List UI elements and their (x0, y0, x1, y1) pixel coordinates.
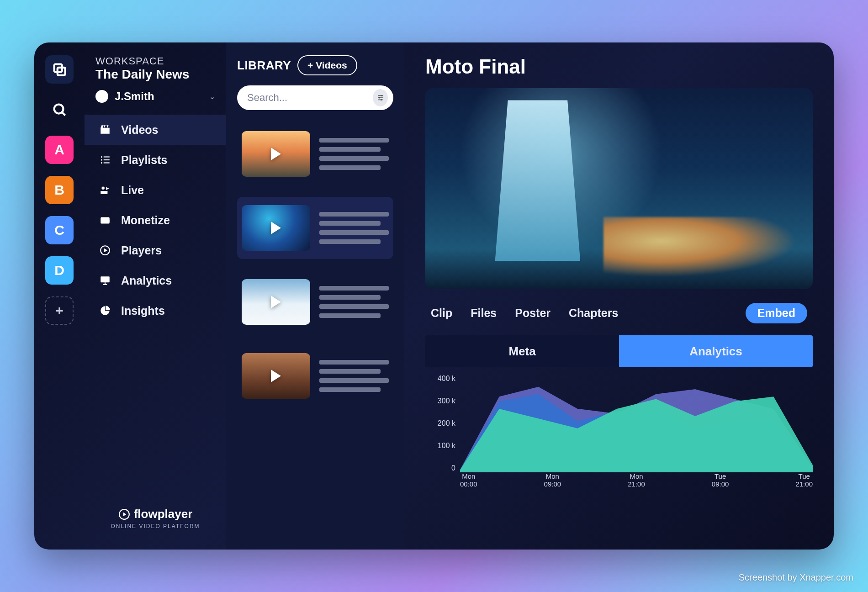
svg-point-2 (54, 105, 64, 114)
nav-label: Insights (121, 304, 165, 317)
nav: Videos Playlists Live Monetize (85, 115, 226, 326)
svg-rect-7 (104, 159, 110, 160)
pie-chart-icon (98, 304, 112, 317)
svg-point-17 (381, 95, 382, 96)
search-input[interactable] (247, 92, 373, 104)
library-title: LIBRARY (237, 58, 291, 73)
library-item[interactable] (237, 123, 393, 185)
icon-rail: A B C D + (34, 42, 85, 550)
filter-button[interactable] (373, 89, 388, 106)
svg-point-8 (101, 162, 102, 164)
nav-label: Playlists (121, 153, 167, 167)
video-thumbnail (242, 131, 310, 177)
chart-x-axis: Mon00:00Mon09:00Mon21:00Tue09:00Tue21:00 (460, 472, 813, 489)
subtab-meta[interactable]: Meta (425, 335, 619, 367)
nav-videos[interactable]: Videos (85, 115, 226, 145)
nav-label: Videos (121, 123, 159, 137)
nav-players[interactable]: Players (85, 235, 226, 265)
list-icon (98, 153, 112, 167)
nav-insights[interactable]: Insights (85, 296, 226, 326)
library-panel: LIBRARY + Videos (226, 42, 404, 550)
nav-label: Monetize (121, 214, 170, 227)
sidebar: WORKSPACE The Daily News J.Smith ⌄ Video… (85, 42, 226, 550)
chart-y-axis: 400 k300 k200 k100 k0 (425, 375, 455, 472)
tab-files[interactable]: Files (471, 307, 497, 320)
subtab-analytics[interactable]: Analytics (619, 335, 813, 367)
sub-tabs: Meta Analytics (425, 335, 813, 367)
svg-rect-5 (104, 156, 110, 157)
chart-plot (460, 375, 813, 472)
avatar (95, 90, 108, 103)
library-item[interactable] (237, 197, 393, 259)
detail-panel: Moto Final Clip Files Poster Chapters Em… (404, 42, 834, 550)
chevron-down-icon: ⌄ (209, 92, 215, 101)
rail-add-button[interactable]: + (45, 296, 74, 325)
workspace-name: The Daily News (85, 67, 226, 86)
tab-poster[interactable]: Poster (515, 307, 550, 320)
user-name: J.Smith (115, 90, 203, 103)
live-icon (98, 183, 112, 197)
wallet-icon (98, 213, 112, 227)
brand-play-icon (118, 508, 130, 520)
analytics-chart: 400 k300 k200 k100 k0 Mon00:00Mon09:00Mo… (425, 375, 813, 489)
svg-rect-9 (104, 162, 110, 163)
rail-item-b[interactable]: B (45, 176, 74, 204)
detail-tabs: Clip Files Poster Chapters Embed (425, 300, 813, 335)
app-window: A B C D + WORKSPACE The Daily News J.Smi… (34, 42, 834, 550)
play-icon (271, 296, 281, 308)
play-icon (271, 222, 281, 234)
video-thumbnail (242, 205, 310, 251)
placeholder-lines (319, 138, 389, 170)
nav-label: Live (121, 184, 144, 197)
svg-point-19 (381, 99, 382, 100)
library-item[interactable] (237, 345, 393, 407)
nav-label: Players (121, 244, 162, 257)
user-picker[interactable]: J.Smith ⌄ (85, 86, 226, 115)
nav-live[interactable]: Live (85, 175, 226, 205)
play-circle-icon (98, 243, 112, 257)
video-thumbnail (242, 353, 310, 399)
sliders-icon (376, 94, 385, 102)
play-icon (271, 370, 281, 382)
nav-monetize[interactable]: Monetize (85, 205, 226, 235)
library-item[interactable] (237, 271, 393, 333)
workspace-label: WORKSPACE (85, 55, 226, 67)
add-videos-button[interactable]: + Videos (297, 55, 357, 75)
video-thumbnail (242, 279, 310, 325)
presentation-icon (98, 274, 112, 287)
placeholder-lines (319, 212, 389, 244)
svg-point-4 (101, 156, 102, 158)
clapperboard-icon (98, 123, 112, 137)
tab-clip[interactable]: Clip (431, 307, 452, 320)
brand-tagline: ONLINE VIDEO PLATFORM (95, 523, 215, 529)
screenshot-credit: Screenshot by Xnapper.com (739, 572, 853, 583)
svg-line-3 (62, 112, 65, 116)
placeholder-lines (319, 360, 389, 392)
play-icon (271, 148, 281, 160)
svg-rect-13 (106, 220, 110, 222)
nav-playlists[interactable]: Playlists (85, 145, 226, 175)
nav-label: Analytics (121, 274, 172, 287)
detail-title: Moto Final (425, 55, 813, 78)
svg-rect-15 (101, 276, 110, 282)
library-list (237, 123, 393, 407)
nav-analytics[interactable]: Analytics (85, 265, 226, 296)
video-preview[interactable] (425, 88, 813, 289)
rail-search-icon[interactable] (45, 95, 74, 124)
brand-name: flowplayer (134, 507, 193, 521)
svg-rect-11 (101, 191, 107, 194)
rail-item-a[interactable]: A (45, 136, 74, 164)
placeholder-lines (319, 286, 389, 318)
brand: flowplayer ONLINE VIDEO PLATFORM (85, 496, 226, 540)
svg-point-18 (378, 97, 380, 99)
tab-chapters[interactable]: Chapters (569, 307, 618, 320)
tab-embed[interactable]: Embed (746, 303, 807, 323)
rail-windows-icon[interactable] (45, 55, 74, 84)
svg-point-10 (101, 186, 105, 190)
rail-item-c[interactable]: C (45, 216, 74, 244)
rail-item-d[interactable]: D (45, 256, 74, 285)
search-wrap (237, 85, 393, 110)
svg-point-6 (101, 159, 102, 160)
